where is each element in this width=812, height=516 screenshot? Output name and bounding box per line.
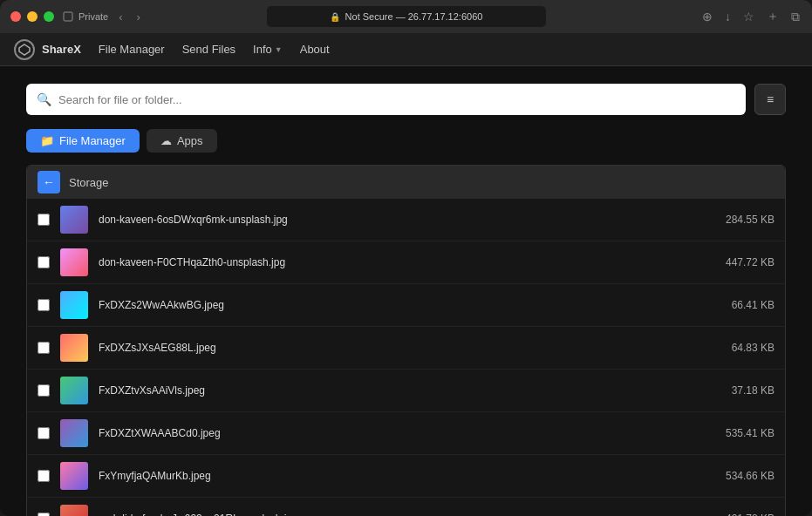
search-bar: 🔍 ≡: [26, 84, 786, 115]
tab-file-manager[interactable]: 📁 File Manager: [26, 129, 140, 153]
hamburger-button[interactable]: ≡: [754, 84, 786, 115]
menu-item-info[interactable]: Info ▼: [246, 39, 290, 59]
table-row: don-kaveen-F0CTHqaZth0-unsplash.jpg 447.…: [27, 241, 785, 284]
close-button[interactable]: [10, 11, 21, 22]
file-thumbnail: [60, 206, 88, 234]
file-size: 447.72 KB: [705, 256, 774, 268]
menu-item-send-files[interactable]: Send Files: [175, 39, 242, 59]
file-thumbnail: [60, 462, 88, 490]
shield-icon: [63, 11, 73, 22]
tab-apps[interactable]: ☁ Apps: [147, 129, 217, 153]
nav-back-arrow[interactable]: ‹: [115, 9, 126, 25]
svg-rect-0: [64, 12, 72, 21]
file-size: 534.66 KB: [705, 470, 774, 482]
titlebar-actions: ⊕ ↓ ☆ ＋ ⧉: [700, 7, 802, 26]
storage-label: Storage: [69, 176, 109, 189]
file-checkbox[interactable]: [38, 256, 50, 268]
file-thumbnail: [60, 377, 88, 404]
traffic-lights: [10, 11, 54, 22]
back-button[interactable]: ←: [38, 171, 60, 194]
file-list-header: ← Storage: [27, 166, 785, 199]
file-thumbnail: [60, 248, 88, 276]
table-row: FxYmyfjaQAMurKb.jpeg 534.66 KB: [27, 455, 785, 498]
file-name: FxDXZsJXsAEG88L.jpeg: [99, 342, 694, 354]
table-row: FxDXZtXWAAABCd0.jpeg 535.41 KB: [27, 412, 785, 455]
apps-tab-icon: ☁: [160, 134, 172, 147]
tabs: 📁 File Manager ☁ Apps: [26, 129, 786, 153]
search-input-wrap[interactable]: 🔍: [26, 84, 746, 115]
bookmark-icon[interactable]: ☆: [741, 8, 756, 25]
file-size: 64.83 KB: [705, 342, 774, 354]
table-row: don-kaveen-6osDWxqr6mk-unsplash.jpg 284.…: [27, 199, 785, 241]
file-thumbnail: [60, 291, 88, 319]
menu-item-about[interactable]: About: [293, 39, 337, 59]
table-row: FxDXZtvXsAAiVls.jpeg 37.18 KB: [27, 370, 785, 412]
file-name: FxDXZs2WwAAkwBG.jpeg: [99, 299, 694, 311]
url-bar[interactable]: 🔒 Not Secure — 26.77.17.12:6060: [267, 6, 546, 27]
search-input[interactable]: [58, 93, 735, 106]
file-list: ← Storage don-kaveen-6osDWxqr6mk-unsplas…: [26, 165, 786, 516]
nav-arrows: ‹ ›: [115, 9, 144, 25]
file-manager-tab-icon: 📁: [40, 134, 54, 147]
extensions-icon[interactable]: ⊕: [700, 8, 714, 25]
file-size: 284.55 KB: [705, 214, 774, 226]
file-name: FxYmyfjaQAMurKb.jpeg: [99, 470, 694, 482]
private-label: Private: [63, 11, 108, 22]
menu-item-file-manager[interactable]: File Manager: [92, 39, 172, 59]
svg-marker-1: [19, 44, 30, 55]
app-logo: ShareX: [14, 39, 81, 60]
table-row: FxDXZsJXsAEG88L.jpeg 64.83 KB: [27, 327, 785, 370]
file-checkbox[interactable]: [38, 513, 50, 516]
file-thumbnail: [60, 505, 88, 516]
lock-icon: 🔒: [330, 12, 340, 22]
file-name: don-kaveen-6osDWxqr6mk-unsplash.jpg: [99, 214, 694, 226]
sharex-logo-icon: [17, 43, 31, 57]
file-checkbox[interactable]: [38, 470, 50, 482]
info-dropdown-arrow: ▼: [275, 45, 283, 54]
table-row: mahdi-bafande-Jw922q_01RI-unsplash.jpg 4…: [27, 498, 785, 516]
file-thumbnail: [60, 419, 88, 447]
file-checkbox[interactable]: [38, 214, 50, 226]
minimize-button[interactable]: [27, 11, 38, 22]
app-name: ShareX: [42, 43, 81, 56]
file-size: 535.41 KB: [705, 427, 774, 439]
file-thumbnail: [60, 334, 88, 362]
file-size: 66.41 KB: [705, 299, 774, 311]
nav-forward-arrow[interactable]: ›: [133, 9, 144, 25]
file-name: don-kaveen-F0CTHqaZth0-unsplash.jpg: [99, 256, 694, 268]
logo-icon: [14, 39, 35, 60]
downloads-icon[interactable]: ↓: [723, 8, 733, 25]
sidebar-icon[interactable]: ⧉: [789, 8, 802, 26]
file-checkbox[interactable]: [38, 342, 50, 354]
file-name: FxDXZtvXsAAiVls.jpeg: [99, 384, 694, 397]
file-size: 37.18 KB: [705, 384, 774, 397]
file-checkbox[interactable]: [38, 384, 50, 397]
titlebar: Private ‹ › 🔒 Not Secure — 26.77.17.12:6…: [0, 0, 812, 33]
menubar: ShareX File Manager Send Files Info ▼ Ab…: [0, 33, 812, 66]
file-checkbox[interactable]: [38, 299, 50, 311]
search-icon: 🔍: [37, 92, 51, 106]
file-name: mahdi-bafande-Jw922q_01RI-unsplash.jpg: [99, 513, 694, 516]
new-tab-icon[interactable]: ＋: [765, 7, 781, 26]
file-size: 421.78 KB: [705, 513, 774, 516]
main-content: 🔍 ≡ 📁 File Manager ☁ Apps ← Storage d: [0, 66, 812, 516]
maximize-button[interactable]: [44, 11, 54, 22]
file-name: FxDXZtXWAAABCd0.jpeg: [99, 427, 694, 439]
table-row: FxDXZs2WwAAkwBG.jpeg 66.41 KB: [27, 284, 785, 327]
file-checkbox[interactable]: [38, 427, 50, 439]
